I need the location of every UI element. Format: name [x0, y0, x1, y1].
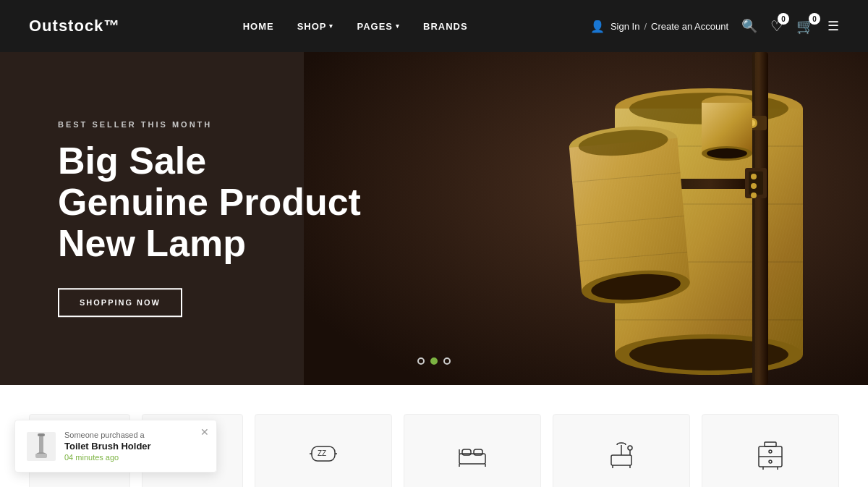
dot-1[interactable] [417, 357, 425, 365]
category-muffler-type[interactable]: Muffler Type (9 items) [404, 414, 541, 487]
svg-rect-58 [474, 449, 482, 455]
svg-rect-17 [755, 52, 760, 385]
wishlist-badge: 0 [778, 13, 789, 25]
nav-shop[interactable]: SHOP ▾ [297, 21, 334, 32]
menu-button[interactable]: ☰ [827, 18, 839, 34]
create-account-link[interactable]: Create an Account [651, 21, 728, 32]
header: Outstock™ HOME SHOP ▾ PAGES ▾ BRANDS 👤 S… [0, 0, 868, 52]
header-right: 👤 Sign In / Create an Account 🔍 ♡ 0 🛒 0 … [590, 17, 839, 35]
svg-rect-75 [38, 433, 45, 436]
slider-dots [417, 357, 451, 365]
svg-rect-74 [765, 442, 776, 446]
pillow-icon: ZZ [307, 438, 339, 477]
hero-title: Big Sale Genuine Product New Lamp [58, 140, 361, 265]
hero-image [304, 52, 868, 385]
svg-point-22 [751, 183, 757, 189]
bathroom-icon [605, 438, 637, 477]
hero-section: BEST SELLER THIS MONTH Big Sale Genuine … [0, 52, 868, 385]
toast-text-content: Someone purchased a Toilet Brush Holder … [64, 431, 205, 462]
dot-3[interactable] [443, 357, 451, 365]
wishlist-button[interactable]: ♡ 0 [770, 17, 783, 35]
toast-time: 04 minutes ago [64, 453, 205, 462]
search-icon: 🔍 [741, 19, 757, 33]
toast-label: Someone purchased a [64, 431, 205, 439]
category-wing-balan[interactable]: ZZ Wing balan (1 items) [255, 414, 392, 487]
dot-2[interactable] [430, 357, 438, 365]
svg-point-66 [628, 446, 632, 450]
navigation: HOME SHOP ▾ PAGES ▾ BRANDS [243, 21, 468, 32]
hamburger-icon: ☰ [827, 19, 839, 33]
cart-badge: 0 [809, 13, 820, 25]
svg-rect-26 [569, 138, 690, 292]
dresser-icon [754, 438, 786, 477]
bed-icon [456, 438, 488, 477]
svg-rect-16 [752, 52, 768, 385]
logo[interactable]: Outstock™ [29, 17, 120, 35]
hero-subtitle: BEST SELLER THIS MONTH [58, 120, 361, 129]
svg-rect-37 [702, 103, 752, 153]
svg-point-71 [769, 460, 772, 463]
toast-close-button[interactable]: ✕ [200, 426, 209, 438]
svg-text:ZZ: ZZ [318, 449, 326, 457]
category-wooden-cork[interactable]: Wooden Cork (12 items) [553, 414, 690, 487]
svg-point-70 [769, 450, 772, 453]
toast-product-name: Toilet Brush Holder [64, 441, 205, 452]
toast-product-image [27, 432, 56, 461]
nav-pages[interactable]: PAGES ▾ [357, 21, 400, 32]
shopping-now-button[interactable]: SHOPPING NOW [58, 288, 182, 317]
auth-separator: / [644, 21, 647, 32]
person-icon: 👤 [590, 20, 605, 33]
svg-rect-57 [462, 449, 471, 455]
signin-link[interactable]: Sign In [610, 21, 639, 32]
svg-point-39 [707, 148, 747, 158]
purchase-notification: Someone purchased a Toilet Brush Holder … [14, 420, 217, 473]
svg-rect-62 [611, 455, 631, 465]
category-crape-myrtle[interactable]: Crape Myrtle (6 items) [702, 414, 839, 487]
hero-content: BEST SELLER THIS MONTH Big Sale Genuine … [58, 120, 361, 317]
svg-point-23 [751, 192, 757, 198]
pages-chevron-icon: ▾ [396, 22, 400, 30]
svg-rect-78 [35, 454, 47, 458]
cart-button[interactable]: 🛒 0 [796, 17, 814, 35]
auth-links[interactable]: 👤 Sign In / Create an Account [590, 20, 728, 33]
shop-chevron-icon: ▾ [329, 22, 333, 30]
nav-home[interactable]: HOME [243, 21, 274, 32]
search-button[interactable]: 🔍 [741, 18, 757, 34]
svg-point-21 [751, 174, 757, 179]
nav-brands[interactable]: BRANDS [423, 21, 468, 32]
